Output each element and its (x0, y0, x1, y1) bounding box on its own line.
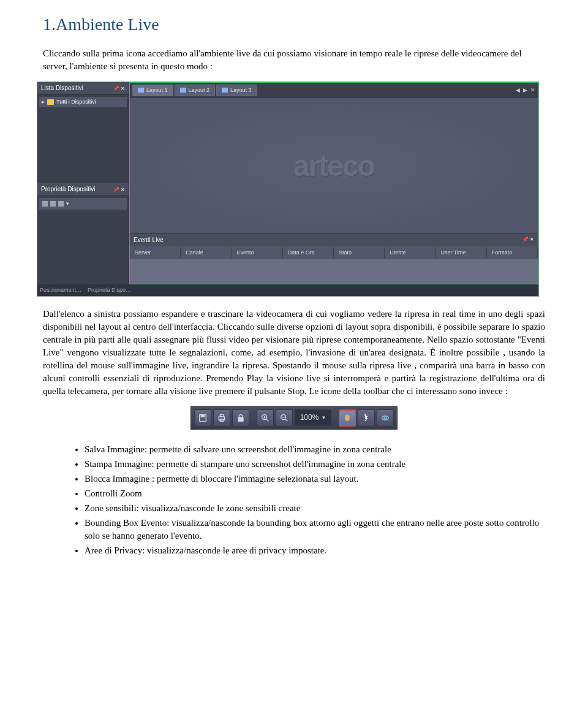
bottom-tab-posizionamento[interactable]: Posizionament… (40, 286, 81, 294)
device-list-label: Lista Dispositivi (41, 84, 83, 93)
event-col-usertime[interactable]: User Time (436, 248, 487, 258)
pin-icon[interactable]: 📌 (113, 86, 119, 91)
device-item-label: Tutti i Dispositivi (56, 98, 96, 106)
print-image-button[interactable] (213, 409, 230, 427)
zoom-in-button[interactable] (257, 409, 274, 427)
event-col-evento[interactable]: Evento (232, 248, 283, 258)
events-live-title: Eventi Live (134, 236, 164, 245)
pin-icon[interactable]: 📌 (113, 187, 119, 192)
event-col-formato[interactable]: Formato (487, 248, 538, 258)
bullet-item: Aree di Privacy: visualizza/nasconde le … (85, 544, 545, 557)
tab-nav-arrows[interactable]: ◀▶✕ (516, 86, 535, 94)
zoom-percent-label: 100% (300, 412, 319, 423)
prop-icon[interactable] (50, 201, 56, 207)
toolbar-description-list: Salva Immagine: permette di salvare uno … (85, 443, 545, 557)
tab-label: Layout 2 (189, 86, 210, 94)
close-icon[interactable]: ✕ (121, 187, 125, 192)
bottom-tab-proprieta[interactable]: Proprietà Dispo… (88, 286, 131, 294)
event-col-canale[interactable]: Canale (181, 248, 232, 258)
layout-tab-1[interactable]: Layout 1 (132, 85, 173, 96)
svg-point-14 (384, 417, 386, 419)
bullet-item: Bounding Box Evento: visualizza/nasconde… (85, 517, 545, 542)
bullet-item: Zone sensibili: visualizza/nasconde le z… (85, 502, 545, 515)
svg-line-11 (285, 419, 287, 421)
svg-line-7 (266, 419, 268, 421)
close-icon[interactable]: ✕ (121, 86, 125, 91)
folder-icon (47, 99, 54, 105)
prop-icon[interactable] (58, 201, 64, 207)
layout-icon (180, 88, 186, 93)
bullet-item: Stampa Immagine: permette di stampare un… (85, 458, 545, 471)
svg-rect-1 (201, 414, 204, 416)
device-props-label: Proprietà Dispositivi (41, 185, 95, 194)
close-icon[interactable]: ✕ (530, 237, 534, 242)
bullet-item: Salva Immagine: permette di salvare uno … (85, 443, 545, 456)
expand-icon[interactable]: ▸ (42, 98, 45, 106)
layout-tab-3[interactable]: Layout 3 (216, 85, 257, 96)
privacy-areas-button[interactable] (377, 409, 394, 427)
tab-label: Layout 3 (230, 86, 252, 94)
pin-icon[interactable]: 📌 (522, 237, 529, 242)
dropdown-icon: ▼ (321, 414, 326, 421)
bounding-box-button[interactable] (358, 409, 375, 427)
event-col-utente[interactable]: Utente (385, 248, 435, 258)
device-props-panel-title[interactable]: Proprietà Dispositivi 📌✕ (37, 183, 129, 196)
events-body (130, 259, 538, 284)
sensitive-zones-button[interactable] (339, 409, 356, 427)
event-col-server[interactable]: Server (130, 248, 181, 258)
event-col-stato[interactable]: Stato (334, 248, 385, 258)
save-image-button[interactable] (194, 409, 211, 427)
bullet-item: Controlli Zoom (85, 487, 545, 500)
event-col-data[interactable]: Data e Ora (283, 248, 334, 258)
live-environment-screenshot: Lista Dispositivi 📌✕ ▸ Tutti i Dispositi… (37, 82, 539, 297)
watermark-logo: arteco (293, 145, 374, 186)
layout-icon (222, 88, 228, 93)
tab-label: Layout 1 (146, 86, 168, 94)
svg-rect-5 (238, 417, 243, 421)
lock-image-button[interactable] (232, 409, 249, 427)
zoom-value[interactable]: 100% ▼ (295, 409, 332, 426)
intro-paragraph: Cliccando sulla prima icona accediamo al… (43, 47, 545, 73)
layout-tab-2[interactable]: Layout 2 (175, 85, 216, 96)
page-title: 1.Ambiente Live (43, 12, 545, 36)
device-list-panel-title[interactable]: Lista Dispositivi 📌✕ (37, 82, 129, 95)
toolbar-screenshot: 100% ▼ (190, 406, 398, 430)
middle-paragraph: Dall'elenco a sinistra possiamo espander… (43, 308, 545, 398)
bullet-item: Blocca Immagine : permette di bloccare l… (85, 473, 545, 485)
prop-icon[interactable] (42, 201, 48, 207)
zoom-out-button[interactable] (276, 409, 293, 427)
device-list-item[interactable]: ▸ Tutti i Dispositivi (39, 97, 127, 107)
layout-icon (138, 88, 144, 93)
events-columns: Server Canale Evento Data e Ora Stato Ut… (130, 246, 538, 259)
props-toolbar: ▾ (39, 198, 127, 210)
svg-rect-3 (220, 414, 223, 416)
